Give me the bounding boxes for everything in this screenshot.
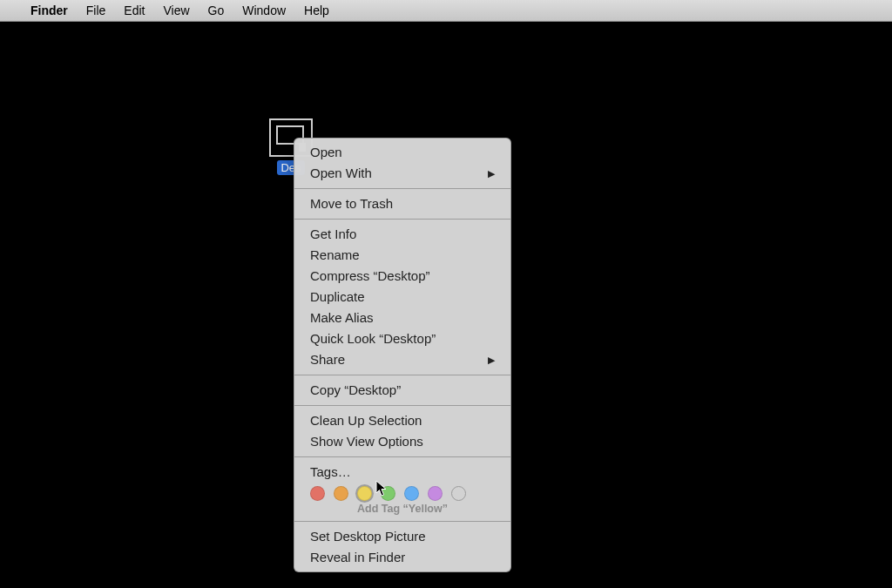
context-menu-item[interactable]: Move to Trash — [294, 193, 510, 214]
context-menu: OpenOpen With▶Move to TrashGet InfoRenam… — [294, 138, 511, 572]
context-menu-item-label: Duplicate — [310, 288, 365, 306]
menubar-item-file[interactable]: File — [86, 3, 106, 17]
menu-separator — [294, 188, 510, 189]
context-menu-item[interactable]: Rename — [294, 245, 510, 266]
context-menu-item-label: Move to Trash — [310, 195, 393, 213]
context-menu-item[interactable]: Quick Look “Desktop” — [294, 328, 510, 349]
context-menu-item[interactable]: Duplicate — [294, 287, 510, 308]
tag-color-dot[interactable] — [404, 486, 419, 501]
context-menu-item-label: Set Desktop Picture — [310, 528, 426, 545]
context-menu-item[interactable]: Reveal in Finder — [294, 547, 510, 568]
tag-color-dot[interactable] — [381, 486, 395, 501]
context-menu-item-label: Tags… — [310, 463, 351, 481]
context-menu-item-label: Quick Look “Desktop” — [310, 330, 436, 348]
menu-separator — [294, 456, 510, 457]
tag-color-dot[interactable] — [334, 486, 348, 501]
menubar-item-edit[interactable]: Edit — [124, 3, 145, 17]
context-menu-item[interactable]: Show View Options — [294, 431, 510, 452]
tag-color-dot[interactable] — [310, 486, 325, 501]
context-menu-item[interactable]: Compress “Desktop” — [294, 266, 510, 287]
menubar-item-go[interactable]: Go — [208, 3, 225, 17]
submenu-arrow-icon: ▶ — [488, 351, 495, 368]
context-menu-item-label: Rename — [310, 247, 360, 264]
tag-hint-label: Add Tag “Yellow” — [294, 501, 510, 517]
context-menu-item-label: Copy “Desktop” — [310, 382, 401, 399]
context-menu-item-label: Get Info — [310, 226, 356, 243]
context-menu-item-label: Share — [310, 351, 345, 368]
menubar-item-window[interactable]: Window — [242, 3, 286, 17]
context-menu-item[interactable]: Tags… — [294, 462, 510, 483]
context-menu-item[interactable]: Open With▶ — [294, 163, 510, 184]
context-menu-item[interactable]: Open — [294, 142, 510, 163]
context-menu-item[interactable]: Set Desktop Picture — [294, 526, 510, 547]
menu-separator — [294, 521, 510, 522]
menubar-app-name[interactable]: Finder — [30, 3, 68, 17]
menu-separator — [294, 405, 510, 406]
context-menu-item-label: Clean Up Selection — [310, 412, 422, 429]
menubar-item-view[interactable]: View — [163, 3, 189, 17]
menu-separator — [294, 375, 510, 375]
context-menu-item-label: Open — [310, 144, 342, 161]
context-menu-item[interactable]: Copy “Desktop” — [294, 380, 510, 401]
context-menu-item-label: Show View Options — [310, 433, 423, 450]
tag-color-dot[interactable] — [428, 486, 443, 501]
tag-color-dot[interactable] — [357, 486, 372, 501]
menubar: Finder File Edit View Go Window Help — [0, 0, 892, 22]
context-menu-item-label: Compress “Desktop” — [310, 267, 430, 285]
context-menu-item[interactable]: Get Info — [294, 224, 510, 245]
context-menu-item-label: Reveal in Finder — [310, 549, 405, 566]
context-menu-item[interactable]: Clean Up Selection — [294, 410, 510, 431]
menu-separator — [294, 219, 510, 220]
context-menu-item[interactable]: Share▶ — [294, 349, 510, 370]
tag-color-none[interactable] — [451, 486, 466, 501]
context-menu-item-label: Open With — [310, 165, 372, 182]
tag-color-row — [294, 483, 510, 501]
context-menu-item[interactable]: Make Alias — [294, 308, 510, 328]
context-menu-item-label: Make Alias — [310, 309, 374, 327]
menubar-item-help[interactable]: Help — [304, 3, 329, 17]
submenu-arrow-icon: ▶ — [488, 165, 495, 182]
